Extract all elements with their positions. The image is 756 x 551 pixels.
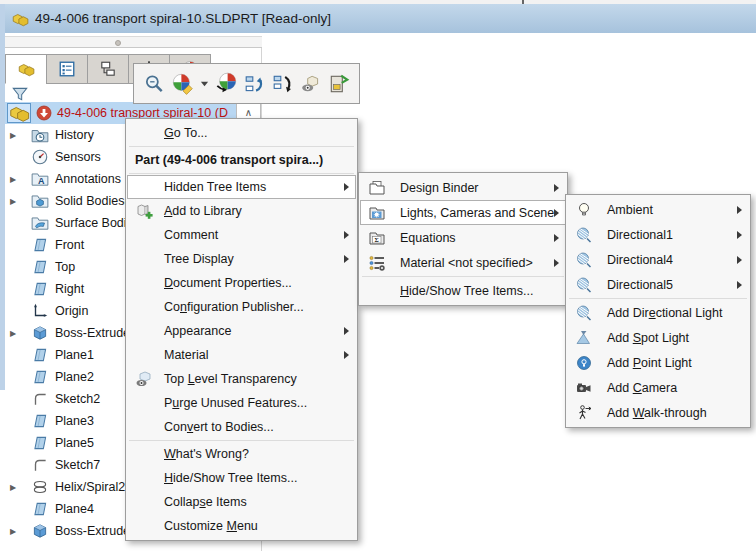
document-title: 49-4-006 transport spiral-10.SLDPRT [Rea… [35,11,331,26]
menu-item-tree-display[interactable]: Tree Display [127,247,356,271]
splitter-grip-icon [115,40,121,46]
configurationmanager-tab-icon [99,60,117,78]
menu-separator [129,440,354,441]
label: Configuration Publisher... [164,300,304,314]
tab-featuremanager[interactable] [5,54,47,84]
tab-propertymanager[interactable] [46,54,88,84]
label: Comment [164,228,218,242]
menu-item-add-camera[interactable]: Add Camera [567,375,749,400]
menu-item-add-point-light[interactable]: Add Point Light [567,350,749,375]
edit-appearance-button[interactable] [171,72,194,95]
submenu-arrow-icon [554,259,559,267]
plane-icon [31,236,49,254]
plane-icon [31,346,49,364]
replace-entities-button[interactable] [328,73,350,95]
menu-item-top-level-transparency[interactable]: Top Level Transparency [127,367,356,391]
expand-arrow-icon[interactable]: ▶ [10,197,22,206]
expand-arrow-icon[interactable]: ▶ [10,131,22,140]
menu-item-go-to[interactable]: Go To... [127,121,356,145]
label: Convert to Bodies... [164,420,274,434]
menu-item-what-s-wrong[interactable]: What's Wrong? [127,442,356,466]
expand-arrow-icon[interactable]: ▶ [10,483,22,492]
rebuild-error-badge-icon [36,105,52,121]
menu-item-directional5[interactable]: Directional5 [567,272,749,297]
submenu-arrow-icon [344,351,349,359]
menu-item-collapse-items[interactable]: Collapse Items [127,490,356,514]
label: Material [164,348,208,362]
material-icon [368,254,386,272]
dropdown-arrow-button[interactable] [200,79,209,88]
rollback-bar-icon [244,73,266,95]
menu-item-hide-show-tree-items[interactable]: Hide/Show Tree Items... [127,466,356,490]
menu-item-purge-unused-features[interactable]: Purge Unused Features... [127,391,356,415]
spot-light-icon [575,329,593,347]
history-folder-icon [31,126,49,144]
menu-item-document-properties[interactable]: Document Properties... [127,271,356,295]
plane-icon [31,500,49,518]
label: Boss-Extrude [55,326,130,340]
featuremanager-tab-icon [17,60,35,78]
rollback-bar-button[interactable] [244,73,266,95]
menu-item-add-to-library[interactable]: Add to Library [127,199,356,223]
context-toolbar [133,63,360,104]
label: Lights, Cameras and Scene [400,206,554,220]
label: Hide/Show Tree Items... [400,284,533,298]
origin-icon [31,302,49,320]
reorder-button[interactable] [272,73,294,95]
menu-item-directional1[interactable]: Directional1 [567,222,749,247]
menu-item-add-walk-through[interactable]: Add Walk-through [567,400,749,425]
label: Add to Library [164,204,242,218]
boss-extrude-icon [31,522,49,540]
menu-item-equations[interactable]: ΣEquations [360,225,566,250]
label: Right [55,282,84,296]
menu-item-add-spot-light[interactable]: Add Spot Light [567,325,749,350]
menu-item-comment[interactable]: Comment [127,223,356,247]
walk-through-icon [575,404,593,422]
label: Add Spot Light [607,331,689,345]
expand-arrow-icon[interactable]: ▶ [10,527,22,536]
expand-arrow-icon[interactable]: ▶ [10,329,22,338]
label: Directional5 [607,278,673,292]
tab-configurationmanager[interactable] [87,54,129,84]
menu-item-add-directional-light[interactable]: Add Directional Light [567,300,749,325]
plane-icon [31,412,49,430]
menu-item-ambient[interactable]: Ambient [567,197,749,222]
expand-arrow-icon[interactable]: ▶ [10,175,22,184]
menu-item-design-binder[interactable]: Design Binder [360,175,566,200]
plane-icon [31,434,49,452]
hidden-tree-items-submenu: Design BinderLights, Cameras and SceneΣE… [358,172,568,306]
menu-item-directional4[interactable]: Directional4 [567,247,749,272]
lights-cameras-scene-icon [368,204,386,222]
menu-item-material-not-specified[interactable]: Material <not specified> [360,250,566,275]
label: Annotations [55,172,121,186]
label: What's Wrong? [164,447,249,461]
submenu-arrow-icon [344,255,349,263]
label: Boss-Extrude [55,524,130,538]
menu-item-hidden-tree-items[interactable]: Hidden Tree Items [127,175,356,199]
hide-show-items-button[interactable] [300,73,322,95]
svg-text:Σ: Σ [375,236,379,243]
label: Solid Bodies( [55,194,129,208]
display-preview-button[interactable] [215,72,238,95]
menu-item-configuration-publisher[interactable]: Configuration Publisher... [127,295,356,319]
menu-item-material[interactable]: Material [127,343,356,367]
menu-item-hide-show-tree-items[interactable]: Hide/Show Tree Items... [360,278,566,303]
label: Sketch7 [55,458,100,472]
zoom-to-selection-button[interactable] [143,73,165,95]
panel-splitter[interactable] [5,36,262,48]
menu-item-lights-cameras-and-scene[interactable]: Lights, Cameras and Scene [360,200,566,225]
directional-light-icon [575,251,593,269]
menu-separator [129,173,354,174]
menu-item-appearance[interactable]: Appearance [127,319,356,343]
menu-item-convert-to-bodies[interactable]: Convert to Bodies... [127,415,356,439]
label: Helix/Spiral2 [55,480,125,494]
lights-cameras-scene-submenu: AmbientDirectional1Directional4Direction… [565,194,751,428]
label: Equations [400,231,456,245]
label: Sensors [55,150,101,164]
label: Plane4 [55,502,94,516]
menu-item-customize-menu[interactable]: Customize Menu [127,514,356,538]
context-menu: Go To...Part (49-4-006 transport spira..… [125,118,358,541]
label: Add Walk-through [607,406,707,420]
label: Plane2 [55,370,94,384]
camera-icon [575,379,593,397]
